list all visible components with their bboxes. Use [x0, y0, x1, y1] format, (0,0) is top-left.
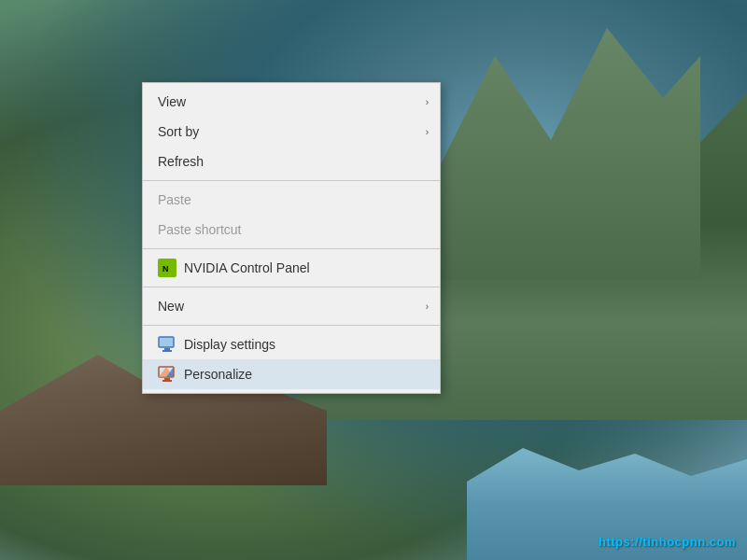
context-menu: View › Sort by › Refresh Paste Paste sho… [142, 82, 441, 394]
svg-rect-9 [162, 380, 172, 382]
svg-rect-4 [162, 350, 172, 352]
separator-4 [143, 325, 440, 326]
menu-item-personalize-label: Personalize [184, 367, 429, 382]
nvidia-icon: N [158, 259, 176, 277]
menu-item-view-label: View [158, 94, 426, 109]
separator-2 [143, 248, 440, 249]
menu-item-new-label: New [158, 299, 426, 314]
menu-item-sort-by[interactable]: Sort by › [143, 117, 440, 147]
watermark: https://tinhocpnn.com [599, 535, 736, 549]
chevron-icon: › [426, 97, 429, 107]
personalize-icon [158, 365, 176, 384]
menu-item-view[interactable]: View › [143, 87, 440, 117]
menu-item-new[interactable]: New › [143, 291, 440, 321]
menu-item-paste-shortcut[interactable]: Paste shortcut [143, 215, 440, 245]
menu-item-refresh[interactable]: Refresh [143, 147, 440, 176]
separator-1 [143, 180, 440, 181]
menu-item-paste[interactable]: Paste [143, 185, 440, 215]
svg-text:N: N [162, 264, 169, 273]
menu-item-sort-by-label: Sort by [158, 124, 426, 139]
menu-item-personalize[interactable]: Personalize [143, 359, 440, 389]
display-settings-icon [158, 335, 176, 354]
svg-rect-8 [164, 378, 170, 380]
svg-rect-2 [159, 337, 174, 347]
separator-3 [143, 287, 440, 287]
menu-item-display-settings-label: Display settings [184, 337, 429, 352]
menu-item-nvidia-label: NVIDIA Control Panel [184, 260, 429, 275]
svg-rect-3 [164, 348, 170, 350]
menu-item-refresh-label: Refresh [158, 154, 429, 169]
chevron-icon: › [426, 301, 429, 312]
menu-item-paste-shortcut-label: Paste shortcut [158, 222, 429, 237]
menu-item-display-settings[interactable]: Display settings [143, 329, 440, 359]
menu-item-nvidia[interactable]: N NVIDIA Control Panel [143, 253, 440, 283]
chevron-icon: › [426, 127, 429, 137]
menu-item-paste-label: Paste [158, 192, 429, 207]
